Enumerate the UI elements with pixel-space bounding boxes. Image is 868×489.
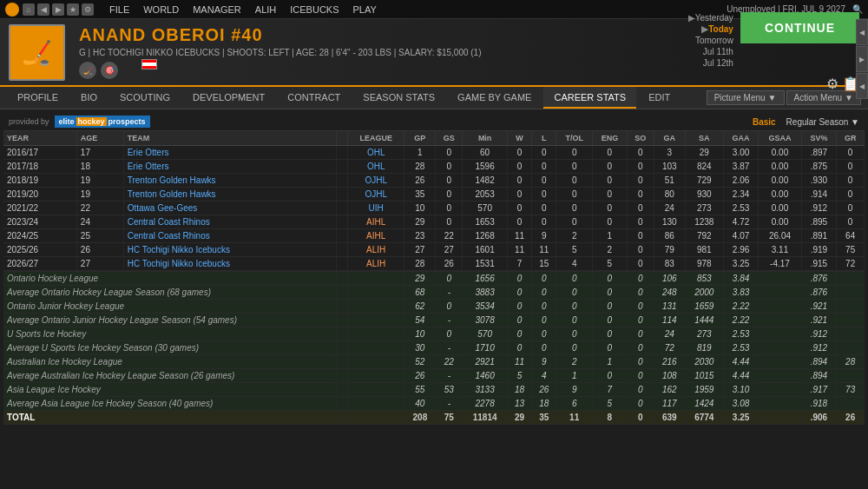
cell-gs: 0 [436, 300, 463, 314]
cell-team: Central Coast Rhinos [123, 229, 337, 243]
cell-eng: 0 [592, 215, 627, 229]
tab-bio[interactable]: BIO [70, 87, 108, 109]
regular-season-selector[interactable]: Regular Season ▼ [786, 117, 859, 127]
cell-eng: 0 [592, 174, 627, 188]
tab-scouting[interactable]: SCOUTING [109, 87, 181, 109]
home-icon[interactable]: ⌂ [23, 3, 35, 16]
cell-so: 0 [627, 327, 654, 341]
cell-w: 11 [507, 229, 531, 243]
picture-menu-button[interactable]: Picture Menu ▼ [707, 90, 785, 105]
cell-age: 25 [76, 229, 123, 243]
cell-min: 1710 [463, 341, 508, 355]
cell-gp: 29 [404, 272, 436, 286]
cell-so: 0 [627, 215, 654, 229]
cell-tol: 11 [556, 411, 592, 425]
cell-sa: 29 [685, 146, 723, 160]
cell-gaa: 3.84 [723, 272, 759, 286]
summary-row: Ontario Junior Hockey League 62 0 3534 0… [3, 300, 865, 314]
cell-l: 15 [532, 257, 556, 271]
nav-world[interactable]: WORLD [136, 3, 186, 17]
tab-game-by-game[interactable]: GAME BY GAME [447, 87, 542, 109]
cell-min: 1601 [463, 243, 508, 257]
cell-league [348, 341, 404, 355]
cell-gsaa [759, 369, 801, 383]
col-eng: ENG [592, 131, 627, 146]
cell-gp: 1 [404, 146, 436, 160]
cell-gsaa [759, 314, 801, 327]
cell-min: 2921 [463, 355, 508, 369]
cell-tol: 0 [556, 174, 592, 188]
tab-career-stats[interactable]: CAREER STATS [543, 87, 636, 109]
star-icon[interactable]: ★ [67, 3, 79, 16]
player-icon-2[interactable]: 🎯 [101, 62, 118, 79]
cell-gp: 40 [404, 397, 436, 411]
cell-age: 18 [76, 160, 123, 174]
cell-min: 1268 [463, 229, 508, 243]
main-content: provided by elite hockey prospects Basic… [0, 109, 868, 489]
cell-sa: 1015 [685, 369, 723, 383]
cell-sa: 273 [685, 202, 723, 215]
cell-l: 18 [532, 397, 556, 411]
cell-gs: 0 [436, 146, 463, 160]
cell-svp: .918 [801, 397, 837, 411]
cell-league: AIHL [348, 229, 404, 243]
sidebar-btn-2[interactable]: ▶ [856, 46, 868, 72]
cell-so: 0 [627, 341, 654, 355]
cell-gr: 75 [837, 243, 865, 257]
action-menu-button[interactable]: Action Menu ▼ [786, 90, 862, 105]
summary-row: Asia League Ice Hockey 55 53 3133 18 26 … [3, 383, 865, 397]
player-icon-1[interactable]: 🏒 [79, 62, 96, 79]
cell-so: 0 [627, 202, 654, 215]
cell-gaa: 2.96 [723, 243, 759, 257]
nav-icebucks[interactable]: ICEBUCKS [283, 3, 345, 17]
cell-eng: 0 [592, 272, 627, 286]
cell-so: 0 [627, 272, 654, 286]
sidebar-btn-1[interactable]: ◀ [856, 19, 868, 45]
cell-flags [337, 257, 348, 271]
tab-contract[interactable]: CONTRACT [277, 87, 351, 109]
cell-svp: .894 [801, 355, 837, 369]
decorative-icon-1[interactable]: ⚙ [826, 76, 838, 92]
cell-l: 0 [532, 188, 556, 202]
tab-profile[interactable]: PROFILE [7, 87, 69, 109]
cell-sa: 824 [685, 160, 723, 174]
cell-so: 0 [627, 229, 654, 243]
nav-alih[interactable]: ALIH [248, 3, 283, 17]
cell-gr: 73 [837, 383, 865, 397]
cell-league [348, 355, 404, 369]
cell-empty [337, 272, 348, 286]
cell-min: 3078 [463, 314, 508, 327]
cell-so: 0 [627, 355, 654, 369]
cell-gaa: 4.44 [723, 355, 759, 369]
cell-empty [337, 314, 348, 327]
calendar: ▶Yesterday ▶Today ▶Tomorrow ▶Jul 11th ▶J… [688, 12, 733, 69]
cell-svp: .891 [801, 229, 837, 243]
provider-row: provided by elite hockey prospects [9, 116, 150, 128]
stats-area: provided by elite hockey prospects Basic… [0, 109, 868, 428]
continue-button[interactable]: CONTINUE [740, 12, 859, 43]
cell-ga: 162 [654, 383, 685, 397]
tab-edit[interactable]: EDIT [638, 87, 681, 109]
nav-file[interactable]: FILE [102, 3, 136, 17]
tab-development[interactable]: DEVELOPMENT [182, 87, 275, 109]
nav-manager[interactable]: MANAGER [186, 3, 248, 17]
cell-gr [837, 341, 865, 355]
cell-gaa: 4.72 [723, 215, 759, 229]
cell-gs: - [436, 369, 463, 383]
settings-icon[interactable]: ⚙ [82, 3, 94, 16]
sidebar-btn-3[interactable]: ◀ [856, 73, 868, 99]
cell-gaa: 2.22 [723, 314, 759, 327]
cell-team: Ottawa Gee-Gees [123, 202, 337, 215]
forward-icon[interactable]: ▶ [52, 3, 64, 16]
back-icon[interactable]: ◀ [37, 3, 49, 16]
cell-gs: 22 [436, 355, 463, 369]
cell-svp: .895 [801, 215, 837, 229]
col-year: YEAR [3, 131, 76, 146]
cell-team: Erie Otters [123, 146, 337, 160]
col-gr: GR [837, 131, 865, 146]
col-l: L [532, 131, 556, 146]
cell-gs: 0 [436, 327, 463, 341]
nav-play[interactable]: PLAY [346, 3, 384, 17]
cell-min: 2278 [463, 397, 508, 411]
tab-season-stats[interactable]: SEASON STATS [352, 87, 445, 109]
